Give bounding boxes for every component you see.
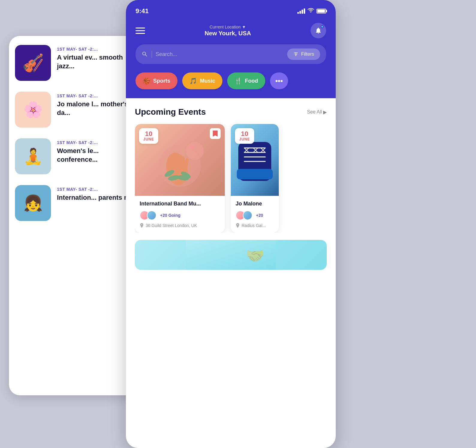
bookmark-icon <box>213 131 218 137</box>
bookmark-button-band[interactable] <box>210 128 221 139</box>
date-month: JUNE <box>143 137 154 141</box>
date-day: 10 <box>143 131 154 137</box>
search-placeholder: Search... <box>156 51 177 57</box>
event-card-jo-malone[interactable]: 10 JUNE Jo Malone +20 <box>231 124 279 233</box>
event-info-band: International Band Mu... +20 Going 36 Gu… <box>135 196 225 233</box>
list-item[interactable]: 👧 1ST MAY- SAT -2:... Internation... par… <box>15 185 141 221</box>
food-icon: 🍴 <box>234 77 242 84</box>
location-pin-icon <box>236 223 240 228</box>
location-label: Current Location ▼ <box>205 25 251 29</box>
girl-icon: 👧 <box>23 194 43 212</box>
header: Current Location ▼ New Yourk, USA Search… <box>126 18 336 98</box>
event-thumbnail: 🧘 <box>15 138 51 174</box>
going-count-band: +20 Going <box>160 213 180 218</box>
category-more[interactable]: ••• <box>270 72 288 89</box>
category-music[interactable]: 🎵 Music <box>182 72 222 89</box>
food-label: Food <box>245 78 258 84</box>
signal-icon <box>297 8 305 14</box>
event-location-jo: Radius Gal... <box>236 223 274 228</box>
svg-point-1 <box>296 54 296 55</box>
event-info-jo: Jo Malone +20 Radius Gal... <box>231 196 279 233</box>
avatar <box>243 211 252 220</box>
categories-row: 🏀 Sports 🎵 Music 🍴 Food ••• <box>135 72 326 91</box>
music-label: Music <box>200 78 215 84</box>
event-thumbnail: 👧 <box>15 185 51 221</box>
going-count-jo: +20 <box>256 213 263 218</box>
notification-dot <box>321 25 324 28</box>
date-day: 10 <box>239 131 250 137</box>
sports-label: Sports <box>153 78 170 84</box>
section-title: Upcoming Events <box>135 107 206 117</box>
svg-text:♥: ♥ <box>190 144 194 151</box>
hamburger-menu[interactable] <box>135 28 145 34</box>
flower-icon: 🌸 <box>23 101 43 119</box>
category-food[interactable]: 🍴 Food <box>227 72 265 89</box>
violin-icon: 🎻 <box>22 53 44 73</box>
event-attendees-band: +20 Going <box>140 211 220 220</box>
status-bar: 9:41 <box>126 0 336 18</box>
search-icon <box>141 51 148 57</box>
avatar-stack <box>236 211 250 220</box>
events-row: ♥ ♥ 10 JUNE <box>135 124 327 233</box>
music-icon: 🎵 <box>189 77 197 84</box>
upcoming-events-header: Upcoming Events See All ▶ <box>135 107 327 117</box>
avatar <box>147 211 156 220</box>
avatar-stack <box>140 211 154 220</box>
svg-point-4 <box>186 142 204 160</box>
list-item[interactable]: 🎻 1ST MAY- SAT -2:... A virtual ev... sm… <box>15 45 141 81</box>
filters-button[interactable]: Filters <box>287 49 320 60</box>
svg-point-0 <box>296 52 296 53</box>
notification-button[interactable] <box>311 23 326 38</box>
main-phone-card: 9:41 <box>126 0 336 448</box>
header-top: Current Location ▼ New Yourk, USA <box>135 23 326 38</box>
see-all-button[interactable]: See All ▶ <box>307 109 327 115</box>
location-pin-icon <box>140 223 144 228</box>
bottom-hint-card: 🤝 <box>135 240 327 270</box>
event-image-jo-malone: 10 JUNE <box>231 124 279 196</box>
event-attendees-jo: +20 <box>236 211 274 220</box>
svg-text:♥: ♥ <box>165 150 167 155</box>
filter-icon <box>293 52 299 57</box>
event-name-band: International Band Mu... <box>140 201 220 207</box>
search-input-area: Search... <box>141 51 283 58</box>
location-name: New Yourk, USA <box>205 30 251 37</box>
date-badge-band: 10 JUNE <box>139 128 158 144</box>
event-card-band[interactable]: ♥ ♥ 10 JUNE <box>135 124 225 233</box>
search-bar[interactable]: Search... Filters <box>135 44 326 64</box>
list-item[interactable]: 🌸 1ST MAY- SAT -2:... Jo malone l... mot… <box>15 92 141 128</box>
filters-label: Filters <box>301 52 314 57</box>
list-item[interactable]: 🧘 1ST MAY- SAT -2:... Women's le... conf… <box>15 138 141 174</box>
event-location-band: 36 Guild Street London, UK <box>140 223 220 228</box>
battery-icon <box>317 9 326 13</box>
event-name-jo: Jo Malone <box>236 201 274 207</box>
date-month: JUNE <box>239 137 250 141</box>
svg-rect-7 <box>177 155 180 171</box>
woman-icon: 🧘 <box>23 147 43 166</box>
svg-text:🤝: 🤝 <box>246 247 265 265</box>
event-image-band: ♥ ♥ 10 JUNE <box>135 124 225 196</box>
location-display[interactable]: Current Location ▼ New Yourk, USA <box>205 25 251 37</box>
svg-rect-17 <box>237 169 273 179</box>
main-content: Upcoming Events See All ▶ <box>126 98 336 279</box>
sports-icon: 🏀 <box>143 77 150 84</box>
status-icons <box>297 8 326 14</box>
svg-point-2 <box>296 55 296 56</box>
category-sports[interactable]: 🏀 Sports <box>135 72 177 89</box>
event-thumbnail: 🎻 <box>15 45 51 81</box>
bell-icon <box>315 27 322 34</box>
wifi-icon <box>308 8 314 14</box>
event-thumbnail: 🌸 <box>15 92 51 128</box>
status-time: 9:41 <box>135 7 149 15</box>
date-badge-jo: 10 JUNE <box>235 128 254 144</box>
